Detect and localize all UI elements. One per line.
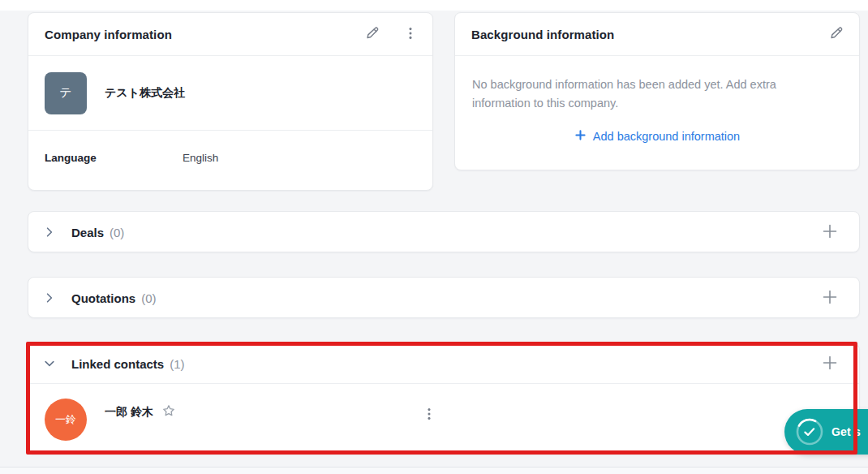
company-information-card: Company information テ テスト株式会社 bbox=[28, 12, 433, 191]
plus-icon bbox=[822, 355, 838, 373]
quotations-section: Quotations (0) bbox=[28, 277, 860, 318]
plus-icon bbox=[822, 223, 838, 242]
company-more-options-button[interactable] bbox=[402, 24, 419, 45]
field-row-language: Language English bbox=[45, 152, 416, 164]
company-card-title: Company information bbox=[45, 28, 172, 41]
add-deal-button[interactable] bbox=[820, 222, 840, 243]
edit-background-button[interactable] bbox=[827, 24, 846, 45]
background-card-header: Background information bbox=[455, 13, 859, 56]
favorite-contact-button[interactable] bbox=[161, 403, 177, 421]
kebab-menu-icon bbox=[422, 407, 436, 424]
contact-avatar: 一鈴 bbox=[45, 399, 87, 441]
quotations-section-header[interactable]: Quotations (0) bbox=[28, 278, 859, 318]
kebab-menu-icon bbox=[403, 26, 418, 43]
plus-icon bbox=[575, 130, 586, 143]
contact-more-options-button[interactable] bbox=[420, 405, 438, 425]
background-card-body: No background information has been added… bbox=[455, 56, 859, 143]
chevron-right-icon[interactable] bbox=[43, 226, 56, 239]
background-empty-text: No background information has been added… bbox=[472, 75, 837, 113]
pencil-icon bbox=[365, 25, 380, 43]
company-card-header: Company information bbox=[28, 13, 432, 56]
get-started-button[interactable]: Get s bbox=[784, 409, 868, 455]
linked-contact-row[interactable]: 一鈴 一郎 鈴木 bbox=[28, 384, 859, 455]
field-value: English bbox=[183, 152, 218, 164]
contact-name-link[interactable]: 一郎 鈴木 bbox=[105, 405, 153, 420]
quotations-title: Quotations bbox=[71, 291, 135, 305]
add-linked-contact-button[interactable] bbox=[820, 353, 840, 375]
deals-section-header[interactable]: Deals (0) bbox=[28, 212, 859, 252]
deals-section: Deals (0) bbox=[28, 211, 860, 252]
progress-ring-check-icon bbox=[795, 417, 824, 446]
background-information-card: Background information No background inf… bbox=[454, 12, 860, 170]
linked-contacts-count: (1) bbox=[170, 357, 184, 371]
bottom-band bbox=[0, 468, 868, 474]
company-card-actions bbox=[363, 24, 419, 45]
chevron-right-icon[interactable] bbox=[43, 291, 56, 304]
company-name: テスト株式会社 bbox=[105, 86, 185, 101]
add-quotation-button[interactable] bbox=[820, 287, 840, 309]
add-background-label: Add background information bbox=[593, 130, 740, 143]
get-started-label: Get s bbox=[831, 425, 861, 438]
plus-icon bbox=[822, 289, 838, 308]
linked-contacts-section-header[interactable]: Linked contacts (1) bbox=[28, 344, 859, 384]
pencil-icon bbox=[829, 25, 844, 43]
linked-contacts-section: Linked contacts (1) 一鈴 一郎 鈴木 bbox=[28, 343, 860, 455]
background-card-title: Background information bbox=[471, 28, 614, 41]
background-card-actions bbox=[827, 24, 846, 45]
company-fields: Language English bbox=[28, 131, 432, 185]
add-background-information-link[interactable]: Add background information bbox=[472, 130, 843, 143]
quotations-count: (0) bbox=[141, 291, 156, 305]
star-outline-icon bbox=[162, 404, 175, 420]
contact-main: 一郎 鈴木 bbox=[105, 403, 177, 421]
company-identity-row: テ テスト株式会社 bbox=[28, 56, 432, 131]
deals-count: (0) bbox=[110, 226, 124, 239]
field-label: Language bbox=[45, 152, 183, 164]
edit-company-button[interactable] bbox=[363, 24, 382, 45]
linked-contacts-title: Linked contacts bbox=[71, 357, 164, 371]
deals-title: Deals bbox=[71, 226, 104, 239]
company-avatar: テ bbox=[45, 72, 87, 114]
top-white-band bbox=[0, 0, 868, 11]
chevron-down-icon[interactable] bbox=[43, 357, 56, 370]
